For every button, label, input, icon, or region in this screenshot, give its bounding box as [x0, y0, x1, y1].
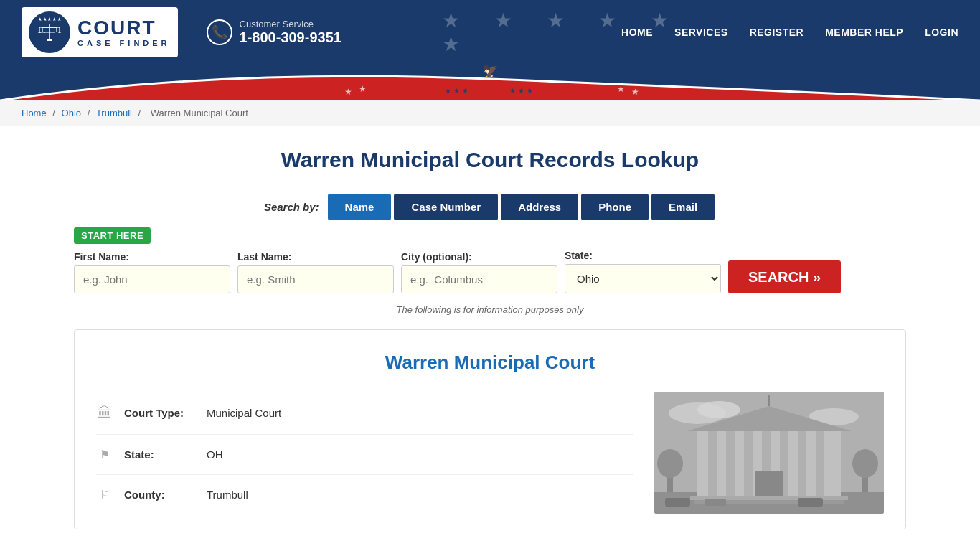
- court-info-title: Warren Municipal Court: [96, 352, 884, 374]
- logo-box[interactable]: ★ ★ ★ ★ ★: [22, 7, 178, 57]
- svg-text:★: ★: [359, 84, 367, 94]
- svg-rect-30: [708, 431, 717, 496]
- county-row: ⚐ County: Trumbull: [96, 475, 633, 514]
- svg-text:★: ★: [344, 87, 352, 97]
- svg-text:★ ★ ★: ★ ★ ★: [445, 87, 468, 95]
- logo-finder-label: CASE FINDER: [77, 39, 171, 47]
- svg-rect-32: [744, 431, 753, 496]
- svg-point-44: [852, 449, 878, 478]
- nav-member-help[interactable]: MEMBER HELP: [825, 27, 903, 38]
- court-info-box: Warren Municipal Court 🏛 Court Type: Mun…: [74, 329, 906, 529]
- state-label-detail: State:: [124, 448, 196, 461]
- svg-rect-37: [755, 471, 783, 496]
- tab-phone[interactable]: Phone: [581, 194, 649, 220]
- tab-name[interactable]: Name: [328, 194, 392, 220]
- state-group: State: OhioAlabamaAlaskaArizonaArkansasC…: [565, 250, 721, 293]
- court-type-icon: 🏛: [96, 405, 113, 421]
- breadcrumb-home[interactable]: Home: [22, 108, 47, 118]
- svg-rect-36: [816, 431, 824, 496]
- logo-text: COURT CASE FINDER: [77, 17, 171, 48]
- state-label: State:: [565, 250, 721, 261]
- logo-court-label: COURT: [77, 17, 171, 39]
- phone-info: Customer Service 1-800-309-9351: [240, 19, 341, 46]
- city-group: City (optional):: [401, 251, 557, 293]
- svg-rect-47: [798, 498, 823, 507]
- state-icon: ⚑: [96, 448, 113, 461]
- svg-rect-45: [665, 498, 690, 507]
- county-label: County:: [124, 489, 196, 501]
- info-note: The following is for information purpose…: [74, 304, 906, 315]
- site-header: ★ ★ ★ ★ ★ ★ ★ ★ ★ ★ ★: [0, 0, 980, 65]
- svg-rect-46: [705, 499, 726, 506]
- search-by-label: Search by:: [264, 201, 319, 213]
- breadcrumb-current: Warren Municipal Court: [151, 108, 248, 118]
- first-name-group: First Name:: [74, 251, 230, 293]
- main-content: Warren Municipal Court Records Lookup Se…: [60, 126, 920, 544]
- last-name-label: Last Name:: [237, 251, 394, 263]
- search-button[interactable]: SEARCH »: [728, 260, 841, 293]
- city-label: City (optional):: [401, 251, 557, 263]
- county-icon: ⚐: [96, 488, 113, 501]
- logo-emblem: ★ ★ ★ ★ ★: [29, 11, 70, 53]
- ribbon-area: ★ ★ ★ ★ 🦅 ★ ★ ★ ★ ★ ★: [0, 65, 980, 100]
- search-form-area: START HERE First Name: Last Name: City (…: [74, 227, 906, 293]
- svg-text:★: ★: [631, 87, 639, 97]
- nav-register[interactable]: REGISTER: [750, 27, 804, 38]
- breadcrumb-sep-1: /: [52, 108, 57, 118]
- search-form-row: First Name: Last Name: City (optional): …: [74, 250, 906, 293]
- court-building-image: [654, 392, 884, 514]
- city-input[interactable]: [401, 265, 557, 293]
- start-here-badge: START HERE: [74, 227, 151, 244]
- court-type-row: 🏛 Court Type: Municipal Court: [96, 392, 633, 435]
- page-title: Warren Municipal Court Records Lookup: [74, 148, 906, 172]
- first-name-input[interactable]: [74, 265, 230, 293]
- breadcrumb-sep-3: /: [138, 108, 143, 118]
- breadcrumb: Home / Ohio / Trumbull / Warren Municipa…: [0, 100, 980, 126]
- phone-label: Customer Service: [240, 19, 341, 29]
- last-name-input[interactable]: [237, 265, 394, 293]
- svg-rect-31: [726, 431, 735, 496]
- nav-login[interactable]: LOGIN: [925, 27, 958, 38]
- header-stars-decoration: ★ ★ ★ ★ ★ ★: [442, 0, 729, 65]
- court-type-label: Court Type:: [124, 407, 196, 419]
- svg-rect-7: [44, 32, 55, 33]
- breadcrumb-sep-2: /: [88, 108, 93, 118]
- phone-number: 1-800-309-9351: [240, 29, 341, 46]
- court-details-left: 🏛 Court Type: Municipal Court ⚑ State: O…: [96, 392, 633, 514]
- svg-text:★ ★ ★ ★ ★: ★ ★ ★ ★ ★: [38, 17, 62, 22]
- svg-text:🦅: 🦅: [482, 65, 499, 79]
- svg-rect-14: [58, 32, 61, 33]
- svg-point-42: [657, 449, 683, 478]
- svg-text:★ ★ ★: ★ ★ ★: [509, 87, 533, 95]
- breadcrumb-trumbull[interactable]: Trumbull: [96, 108, 132, 118]
- phone-icon: 📞: [207, 19, 232, 45]
- last-name-group: Last Name:: [237, 251, 394, 293]
- state-row: ⚑ State: OH: [96, 435, 633, 475]
- search-by-row: Search by: Name Case Number Address Phon…: [74, 194, 906, 220]
- svg-rect-13: [38, 32, 41, 33]
- state-value: OH: [207, 448, 223, 461]
- svg-rect-35: [798, 431, 806, 496]
- court-type-value: Municipal Court: [207, 407, 281, 419]
- tab-case-number[interactable]: Case Number: [394, 194, 498, 220]
- phone-area: 📞 Customer Service 1-800-309-9351: [207, 19, 341, 46]
- state-select[interactable]: OhioAlabamaAlaskaArizonaArkansasCaliforn…: [565, 264, 721, 293]
- first-name-label: First Name:: [74, 251, 230, 263]
- tab-email[interactable]: Email: [651, 194, 715, 220]
- logo-area: ★ ★ ★ ★ ★: [22, 7, 341, 57]
- svg-point-25: [697, 401, 740, 418]
- svg-rect-6: [47, 39, 52, 41]
- court-details: 🏛 Court Type: Municipal Court ⚑ State: O…: [96, 392, 884, 514]
- breadcrumb-ohio[interactable]: Ohio: [62, 108, 81, 118]
- tab-address[interactable]: Address: [501, 194, 578, 220]
- county-value: Trumbull: [207, 489, 248, 501]
- svg-text:★: ★: [617, 84, 625, 94]
